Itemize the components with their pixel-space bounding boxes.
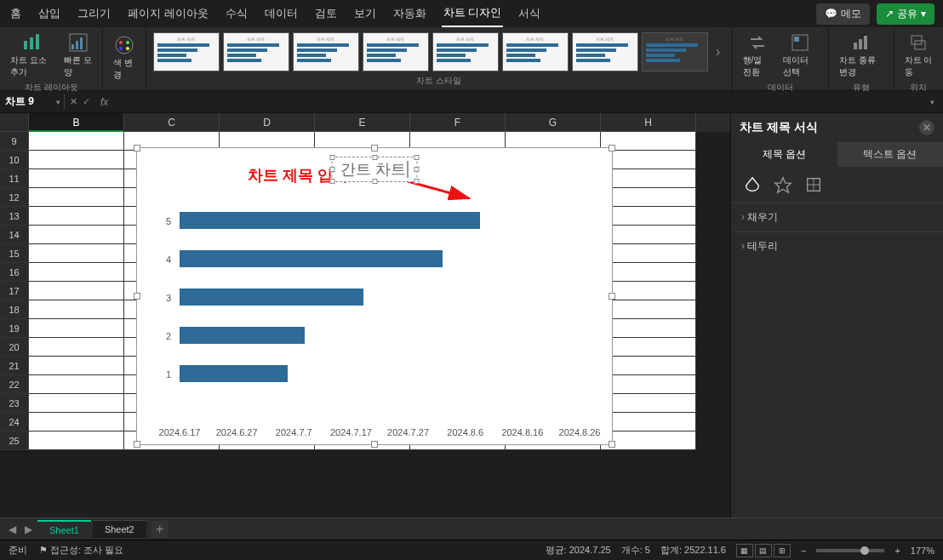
row-header[interactable]: 17	[0, 282, 29, 300]
tab-home[interactable]: 홈	[9, 1, 23, 26]
cell[interactable]	[29, 282, 124, 300]
accessibility-status[interactable]: ⚑ 접근성: 조사 필요	[39, 544, 123, 557]
size-properties-icon[interactable]	[804, 175, 823, 194]
tab-chart-design[interactable]: 차트 디자인	[442, 0, 504, 27]
cell[interactable]	[29, 413, 124, 431]
expand-formula-bar-icon[interactable]: ▾	[930, 98, 943, 106]
row-header[interactable]: 15	[0, 244, 29, 263]
cell[interactable]	[601, 226, 696, 244]
cell[interactable]	[29, 431, 124, 450]
tab-view[interactable]: 보기	[352, 1, 378, 26]
zoom-level[interactable]: 177%	[911, 546, 934, 556]
cell[interactable]	[29, 319, 124, 338]
column-header[interactable]: D	[220, 113, 315, 132]
row-header[interactable]: 18	[0, 300, 29, 319]
add-sheet-button[interactable]: +	[151, 521, 169, 538]
row-header[interactable]: 24	[0, 413, 29, 431]
share-button[interactable]: ↗공유 ▾	[877, 3, 934, 25]
row-header[interactable]: 23	[0, 394, 29, 413]
embedded-chart[interactable]: 차트 제목 입력 간트 차트 543212024.6.172024.6.2720…	[136, 147, 613, 445]
chart-title-editor[interactable]: 간트 차트	[331, 157, 417, 182]
comment-button[interactable]: 💬메모	[816, 3, 870, 25]
chart-bar[interactable]	[180, 327, 305, 344]
cell[interactable]	[601, 151, 696, 169]
page-layout-view-button[interactable]: ▤	[755, 544, 772, 557]
zoom-out-button[interactable]: −	[801, 546, 806, 556]
column-header[interactable]: E	[315, 113, 410, 132]
cell[interactable]	[601, 188, 696, 207]
cell[interactable]	[29, 300, 124, 319]
cell[interactable]	[29, 132, 124, 151]
chart-style-thumbnail[interactable]: 차트 제목	[432, 32, 499, 71]
sheet-tab-2[interactable]: Sheet2	[93, 520, 146, 538]
confirm-formula-icon[interactable]: ✓	[83, 96, 90, 107]
normal-view-button[interactable]: ▦	[736, 544, 753, 557]
fill-section-header[interactable]: 채우기	[731, 203, 943, 231]
change-chart-type-button[interactable]: 차트 종류 변경	[836, 31, 887, 80]
chart-bar[interactable]	[180, 250, 443, 267]
chart-bar[interactable]	[180, 212, 480, 229]
name-box[interactable]: 차트 9	[0, 93, 53, 111]
row-header[interactable]: 16	[0, 263, 29, 282]
cell[interactable]	[601, 394, 696, 413]
effects-icon[interactable]	[774, 175, 792, 194]
cell[interactable]	[29, 263, 124, 282]
tab-data[interactable]: 데이터	[263, 1, 300, 26]
row-header[interactable]: 11	[0, 169, 29, 188]
title-options-tab[interactable]: 제목 옵션	[731, 142, 837, 167]
column-header[interactable]: F	[410, 113, 506, 132]
sheet-nav-next[interactable]: ▶	[21, 522, 36, 537]
tab-review[interactable]: 검토	[313, 1, 339, 26]
cell[interactable]	[601, 132, 696, 151]
chart-style-thumbnail[interactable]: 차트 제목	[572, 32, 638, 71]
chart-bar[interactable]	[180, 365, 288, 382]
move-chart-button[interactable]: 차트 이동	[901, 31, 936, 80]
page-break-view-button[interactable]: ⊞	[774, 544, 791, 557]
cell[interactable]	[29, 188, 124, 207]
row-header[interactable]: 22	[0, 375, 29, 394]
select-all-corner[interactable]	[0, 113, 29, 132]
cell[interactable]	[601, 282, 696, 300]
row-header[interactable]: 13	[0, 207, 29, 226]
chart-style-thumbnail[interactable]: 차트 제목	[363, 32, 429, 71]
row-header[interactable]: 25	[0, 431, 29, 450]
add-chart-element-button[interactable]: 차트 요소 추가	[7, 31, 57, 80]
cell[interactable]	[29, 151, 124, 169]
cell[interactable]	[601, 319, 696, 338]
cell[interactable]	[29, 207, 124, 226]
sheet-tab-1[interactable]: Sheet1	[37, 520, 91, 539]
row-header[interactable]: 21	[0, 357, 29, 375]
cell[interactable]	[29, 394, 124, 413]
cell[interactable]	[601, 207, 696, 226]
cell[interactable]	[29, 357, 124, 375]
change-colors-button[interactable]: 색 변경	[110, 33, 138, 83]
select-data-button[interactable]: 데이터 선택	[780, 31, 821, 80]
cell[interactable]	[29, 226, 124, 244]
row-header[interactable]: 19	[0, 319, 29, 338]
chart-style-thumbnail[interactable]: 차트 제목	[153, 32, 220, 71]
tab-automate[interactable]: 자동화	[391, 1, 428, 26]
row-header[interactable]: 12	[0, 188, 29, 207]
row-header[interactable]: 9	[0, 132, 29, 151]
chart-style-thumbnail[interactable]: 차트 제목	[502, 32, 569, 71]
style-gallery-more[interactable]: ›	[712, 44, 725, 60]
tab-insert[interactable]: 삽입	[37, 1, 62, 26]
cancel-formula-icon[interactable]: ✕	[70, 96, 77, 107]
column-header[interactable]: G	[506, 113, 601, 132]
cell[interactable]	[601, 375, 696, 394]
cell[interactable]	[29, 244, 124, 263]
chart-style-thumbnail[interactable]: 차트 제목	[642, 32, 708, 71]
fill-line-icon[interactable]	[743, 175, 762, 194]
cell[interactable]	[601, 263, 696, 282]
sheet-nav-prev[interactable]: ◀	[5, 522, 20, 537]
cell[interactable]	[601, 244, 696, 263]
tab-formulas[interactable]: 수식	[224, 1, 249, 26]
chart-plot-area[interactable]: 543212024.6.172024.6.272024.7.72024.7.17…	[154, 199, 595, 419]
text-options-tab[interactable]: 텍스트 옵션	[837, 142, 944, 167]
fx-icon[interactable]: fx	[95, 96, 113, 108]
column-header[interactable]: B	[29, 113, 124, 132]
cell[interactable]	[601, 357, 696, 375]
column-header[interactable]: H	[601, 113, 696, 132]
switch-row-column-button[interactable]: 행/열 전환	[740, 31, 776, 80]
row-header[interactable]: 20	[0, 338, 29, 357]
